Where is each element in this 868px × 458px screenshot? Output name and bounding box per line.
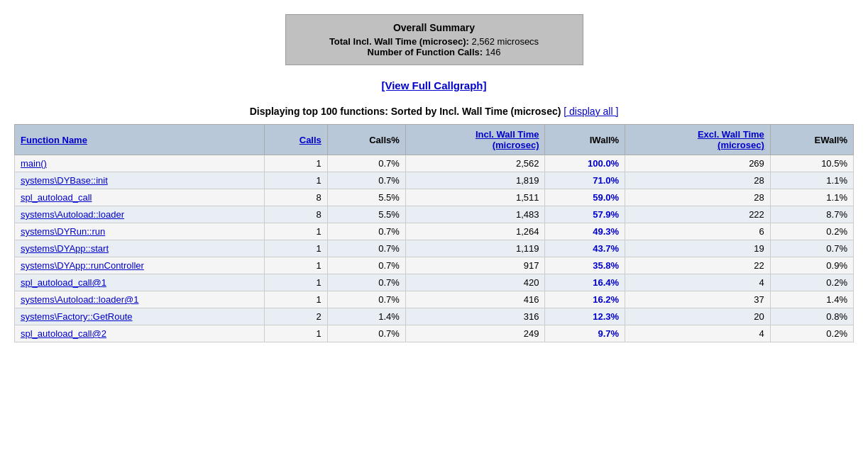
function-name-link[interactable]: spl_autoload_call: [21, 192, 92, 203]
cell-function-name: systems\DYBase::init: [15, 172, 265, 189]
cell-iwall-pct: 71.0%: [545, 172, 625, 189]
cell-function-name: systems\DYApp::runController: [15, 257, 265, 274]
cell-incl-wall-time: 1,819: [405, 172, 545, 189]
cell-iwall-pct: 35.8%: [545, 257, 625, 274]
table-row: systems\DYApp::start10.7%1,11943.7%190.7…: [15, 240, 854, 257]
cell-excl-wall-time: 28: [625, 189, 771, 206]
total-wall-time-label: Total Incl. Wall Time (microsec):: [329, 36, 469, 47]
function-name-link[interactable]: systems\DYRun::run: [21, 226, 105, 237]
functions-table: Function Name Calls Calls% Incl. Wall Ti…: [14, 124, 854, 342]
cell-incl-wall-time: 316: [405, 308, 545, 325]
col-calls-link[interactable]: Calls: [300, 135, 322, 145]
cell-iwall-pct: 16.4%: [545, 274, 625, 291]
total-wall-time-value: 2,562 microsecs: [471, 36, 539, 47]
cell-excl-wall-time: 4: [625, 274, 771, 291]
cell-ewall-pct: 0.2%: [770, 325, 853, 342]
cell-calls-pct: 0.7%: [327, 291, 405, 308]
col-excl-wall-time: Excl. Wall Time(microsec): [625, 125, 771, 155]
cell-calls-pct: 5.5%: [327, 189, 405, 206]
cell-function-name: spl_autoload_call@2: [15, 325, 265, 342]
cell-ewall-pct: 0.2%: [770, 223, 853, 240]
cell-function-name: systems\Autoload::loader: [15, 206, 265, 223]
col-excl-wall-time-link[interactable]: Excl. Wall Time(microsec): [698, 129, 764, 150]
col-calls: Calls: [265, 125, 328, 155]
summary-title: Overall Summary: [300, 22, 568, 33]
table-row: systems\DYApp::runController10.7%91735.8…: [15, 257, 854, 274]
function-name-link[interactable]: systems\Factory::GetRoute: [21, 311, 133, 322]
cell-iwall-pct: 57.9%: [545, 206, 625, 223]
cell-incl-wall-time: 420: [405, 274, 545, 291]
cell-calls-pct: 0.7%: [327, 274, 405, 291]
cell-calls-pct: 0.7%: [327, 223, 405, 240]
cell-calls-pct: 5.5%: [327, 206, 405, 223]
cell-incl-wall-time: 917: [405, 257, 545, 274]
cell-calls: 2: [265, 308, 328, 325]
cell-iwall-pct: 43.7%: [545, 240, 625, 257]
cell-iwall-pct: 12.3%: [545, 308, 625, 325]
cell-iwall-pct: 49.3%: [545, 223, 625, 240]
cell-excl-wall-time: 22: [625, 257, 771, 274]
cell-ewall-pct: 8.7%: [770, 206, 853, 223]
num-calls-value: 146: [485, 47, 501, 57]
cell-calls: 1: [265, 291, 328, 308]
col-function-name: Function Name: [15, 125, 265, 155]
table-row: spl_autoload_call@110.7%42016.4%40.2%: [15, 274, 854, 291]
table-row: systems\DYBase::init10.7%1,81971.0%281.1…: [15, 172, 854, 189]
num-calls-row: Number of Function Calls: 146: [300, 47, 568, 57]
function-name-link[interactable]: spl_autoload_call@2: [21, 328, 106, 339]
cell-calls-pct: 0.7%: [327, 240, 405, 257]
cell-incl-wall-time: 1,264: [405, 223, 545, 240]
cell-excl-wall-time: 37: [625, 291, 771, 308]
cell-ewall-pct: 0.9%: [770, 257, 853, 274]
cell-calls: 1: [265, 325, 328, 342]
display-info: Displaying top 100 functions: Sorted by …: [14, 106, 854, 117]
table-row: main()10.7%2,562100.0%26910.5%: [15, 155, 854, 172]
view-callgraph-link[interactable]: [View Full Callgraph]: [381, 79, 486, 91]
cell-iwall-pct: 100.0%: [545, 155, 625, 172]
col-ewall-pct: EWall%: [770, 125, 853, 155]
function-name-link[interactable]: systems\DYApp::runController: [21, 260, 144, 271]
cell-function-name: systems\DYApp::start: [15, 240, 265, 257]
cell-calls: 1: [265, 257, 328, 274]
display-all-link[interactable]: [ display all ]: [564, 106, 618, 117]
cell-incl-wall-time: 1,483: [405, 206, 545, 223]
cell-calls: 1: [265, 240, 328, 257]
function-name-link[interactable]: systems\DYBase::init: [21, 175, 108, 186]
col-incl-wall-time: Incl. Wall Time(microsec): [405, 125, 545, 155]
function-name-link[interactable]: systems\Autoload::loader: [21, 209, 124, 220]
cell-ewall-pct: 1.4%: [770, 291, 853, 308]
cell-incl-wall-time: 1,119: [405, 240, 545, 257]
cell-iwall-pct: 9.7%: [545, 325, 625, 342]
table-row: systems\DYRun::run10.7%1,26449.3%60.2%: [15, 223, 854, 240]
summary-box: Overall Summary Total Incl. Wall Time (m…: [285, 14, 583, 65]
cell-function-name: systems\DYRun::run: [15, 223, 265, 240]
cell-calls: 1: [265, 172, 328, 189]
cell-calls-pct: 1.4%: [327, 308, 405, 325]
col-function-name-link[interactable]: Function Name: [21, 135, 87, 145]
function-name-link[interactable]: main(): [21, 158, 47, 169]
cell-excl-wall-time: 20: [625, 308, 771, 325]
cell-excl-wall-time: 222: [625, 206, 771, 223]
function-name-link[interactable]: spl_autoload_call@1: [21, 277, 106, 288]
callgraph-section: [View Full Callgraph]: [14, 79, 854, 91]
total-wall-time-row: Total Incl. Wall Time (microsec): 2,562 …: [300, 36, 568, 47]
function-name-link[interactable]: systems\Autoload::loader@1: [21, 294, 138, 305]
cell-calls-pct: 0.7%: [327, 172, 405, 189]
col-iwall-pct: IWall%: [545, 125, 625, 155]
cell-iwall-pct: 59.0%: [545, 189, 625, 206]
table-row: spl_autoload_call85.5%1,51159.0%281.1%: [15, 189, 854, 206]
cell-calls: 8: [265, 206, 328, 223]
cell-calls: 1: [265, 274, 328, 291]
cell-calls: 1: [265, 155, 328, 172]
cell-ewall-pct: 0.2%: [770, 274, 853, 291]
cell-excl-wall-time: 28: [625, 172, 771, 189]
col-incl-wall-time-link[interactable]: Incl. Wall Time(microsec): [476, 129, 539, 150]
col-calls-pct: Calls%: [327, 125, 405, 155]
cell-incl-wall-time: 2,562: [405, 155, 545, 172]
display-info-text: Displaying top 100 functions: Sorted by …: [250, 106, 561, 117]
cell-function-name: systems\Factory::GetRoute: [15, 308, 265, 325]
cell-excl-wall-time: 269: [625, 155, 771, 172]
cell-ewall-pct: 0.7%: [770, 240, 853, 257]
function-name-link[interactable]: systems\DYApp::start: [21, 243, 109, 254]
cell-calls: 1: [265, 223, 328, 240]
